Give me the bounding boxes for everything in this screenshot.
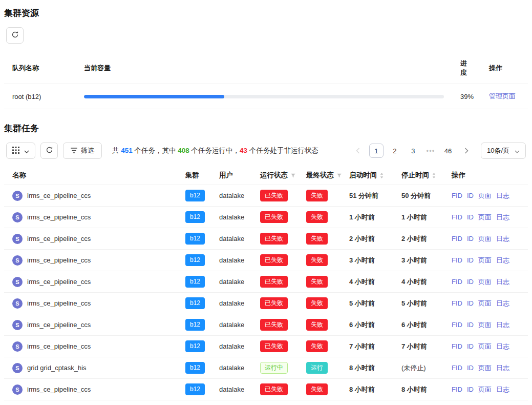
manage-page-link[interactable]: 管理页面: [489, 92, 516, 100]
fid-link[interactable]: FID: [452, 299, 462, 307]
queue-name: root (b12): [4, 85, 76, 108]
page-link[interactable]: 页面: [478, 213, 492, 221]
id-link[interactable]: ID: [467, 192, 474, 199]
filter-button[interactable]: 筛选: [63, 143, 102, 159]
log-link[interactable]: 日志: [496, 342, 509, 350]
log-link[interactable]: 日志: [496, 278, 509, 286]
resources-refresh-button[interactable]: [6, 27, 24, 44]
page-link[interactable]: 页面: [478, 299, 492, 307]
grid-icon: [12, 147, 19, 155]
stop-time: (未停止): [393, 357, 443, 379]
log-link[interactable]: 日志: [496, 299, 509, 307]
table-row: S irms_ce_pipeline_ccs b12 datalake 已失败 …: [4, 314, 528, 336]
log-link[interactable]: 日志: [496, 256, 509, 264]
stop-time: 8 小时前: [393, 379, 443, 400]
id-link[interactable]: ID: [467, 386, 474, 393]
run-status-tag: 已失败: [260, 276, 288, 288]
filter-funnel-icon[interactable]: [336, 173, 342, 178]
action-links: FIDID页面日志: [443, 185, 528, 207]
fid-link[interactable]: FID: [452, 342, 462, 350]
spark-avatar-icon: S: [12, 255, 23, 266]
fid-link[interactable]: FID: [452, 364, 462, 372]
task-name: irms_ce_pipeline_ccs: [27, 278, 91, 286]
tasks-refresh-button[interactable]: [40, 143, 58, 159]
final-status-tag: 失败: [306, 211, 328, 223]
filter-funnel-icon[interactable]: [290, 173, 296, 178]
page-link[interactable]: 页面: [478, 235, 492, 242]
fid-link[interactable]: FID: [452, 386, 462, 393]
progress-label: 39%: [452, 85, 481, 108]
page-link[interactable]: 页面: [478, 342, 492, 350]
fid-link[interactable]: FID: [452, 213, 462, 221]
page-button-1[interactable]: 1: [369, 144, 384, 158]
spark-avatar-icon: S: [12, 234, 23, 244]
table-row: S irms_ce_pipeline_ccs b12 datalake 已失败 …: [4, 228, 528, 250]
task-name: irms_ce_pipeline_ccs: [27, 256, 91, 264]
prev-page-button[interactable]: [351, 144, 365, 158]
fid-link[interactable]: FID: [452, 278, 462, 286]
log-link[interactable]: 日志: [496, 213, 509, 221]
id-link[interactable]: ID: [467, 278, 474, 286]
final-status-header: 最终状态: [298, 166, 341, 185]
page-link[interactable]: 页面: [478, 321, 492, 329]
stop-time: 5 小时前: [393, 293, 443, 314]
page-link[interactable]: 页面: [478, 386, 492, 393]
cluster-tag: b12: [185, 340, 205, 352]
fid-link[interactable]: FID: [452, 321, 462, 329]
id-link[interactable]: ID: [467, 321, 474, 329]
page-link[interactable]: 页面: [478, 192, 492, 199]
chevron-down-icon: [515, 147, 520, 155]
summary-text: 共: [112, 147, 121, 154]
final-status-tag: 运行: [306, 362, 328, 374]
start-time: 6 小时前: [341, 314, 393, 336]
table-row: S irms_ce_pipeline_ccs b12 datalake 已失败 …: [4, 336, 528, 357]
start-time: 8 小时前: [341, 379, 393, 400]
run-status-tag: 运行中: [260, 362, 288, 374]
page-link[interactable]: 页面: [478, 256, 492, 264]
stop-time: 6 小时前: [393, 314, 443, 336]
final-status-tag: 失败: [306, 383, 328, 395]
running-count: 408: [178, 147, 189, 154]
sorter-icon[interactable]: [432, 172, 436, 179]
log-link[interactable]: 日志: [496, 386, 509, 393]
cluster-tasks-title: 集群任务: [4, 123, 528, 134]
table-row: S irms_ce_pipeline_ccs b12 datalake 已失败 …: [4, 271, 528, 293]
tasks-table-header-row: 名称 集群 用户 运行状态 最终状态 启动时间: [4, 166, 528, 185]
id-link[interactable]: ID: [467, 299, 474, 307]
final-status-tag: 失败: [306, 340, 328, 352]
fid-link[interactable]: FID: [452, 235, 462, 242]
final-status-tag: 失败: [306, 297, 328, 309]
column-settings-button[interactable]: [6, 143, 35, 159]
task-user: datalake: [211, 314, 252, 336]
page-ellipsis[interactable]: •••: [424, 147, 437, 155]
page-link[interactable]: 页面: [478, 364, 492, 372]
id-link[interactable]: ID: [467, 342, 474, 350]
start-time: 8 小时前: [341, 357, 393, 379]
page-button-3[interactable]: 3: [406, 144, 420, 158]
log-link[interactable]: 日志: [496, 192, 509, 199]
page-size-select[interactable]: 10条/页: [481, 143, 526, 159]
log-link[interactable]: 日志: [496, 321, 509, 329]
fid-link[interactable]: FID: [452, 192, 462, 199]
page-button-2[interactable]: 2: [388, 144, 402, 158]
fid-link[interactable]: FID: [452, 256, 462, 264]
stop-time-header: 停止时间: [393, 166, 443, 185]
id-link[interactable]: ID: [467, 364, 474, 372]
page-link[interactable]: 页面: [478, 278, 492, 286]
id-link[interactable]: ID: [467, 213, 474, 221]
page-button-46[interactable]: 46: [441, 144, 455, 158]
sorter-icon[interactable]: [379, 172, 384, 179]
id-link[interactable]: ID: [467, 256, 474, 264]
start-time-header-label: 启动时间: [349, 171, 377, 180]
task-user: datalake: [211, 357, 252, 379]
capacity-header: 当前容量: [76, 57, 452, 79]
task-user: datalake: [211, 228, 252, 250]
stop-time: 7 小时前: [393, 336, 443, 357]
user-header: 用户: [211, 166, 252, 185]
next-page-button[interactable]: [459, 144, 474, 158]
id-link[interactable]: ID: [467, 235, 474, 242]
table-row: S irms_ce_pipeline_ccs b12 datalake 已失败 …: [4, 207, 528, 228]
log-link[interactable]: 日志: [496, 364, 509, 372]
refresh-icon: [46, 146, 53, 155]
log-link[interactable]: 日志: [496, 235, 509, 242]
